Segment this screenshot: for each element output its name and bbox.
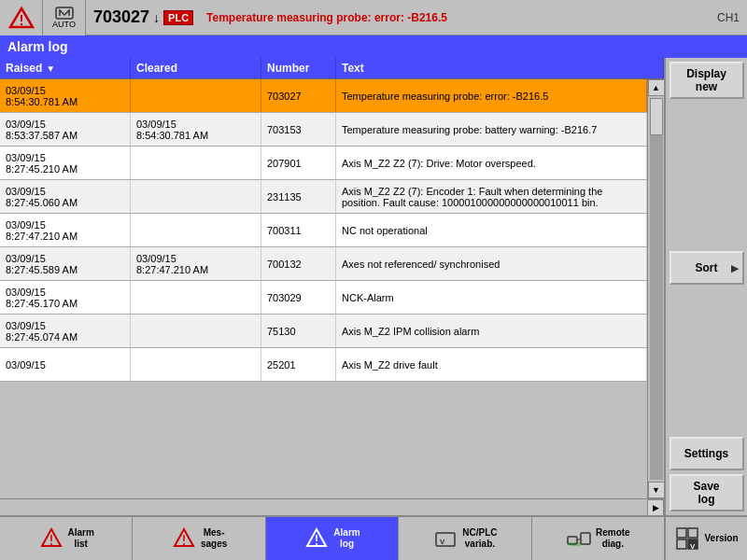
scroll-down-btn[interactable]: ▼ xyxy=(648,482,665,498)
cell-raised: 03/09/158:27:45.589 AM xyxy=(0,247,131,280)
bottom-nav: Alarm list Mes- sages Alarm log V NC/PLC… xyxy=(0,515,747,560)
sort-button[interactable]: Sort ▶ xyxy=(669,251,744,285)
sort-arrow-right: ▶ xyxy=(731,263,739,273)
settings-button[interactable]: Settings xyxy=(669,437,744,470)
svg-point-6 xyxy=(50,543,52,545)
cell-number: 75130 xyxy=(261,315,336,347)
messages-icon xyxy=(171,525,197,552)
remote-diag-icon: RCS xyxy=(566,525,592,552)
nav-label-alarm-list: Alarm list xyxy=(68,527,94,550)
main-layout: Raised ▼ Cleared Number Text 03/09/158:5… xyxy=(0,58,747,515)
cell-cleared: 03/09/158:27:47.210 AM xyxy=(131,247,261,280)
svg-rect-20 xyxy=(688,528,698,538)
svg-text:RCS: RCS xyxy=(569,541,581,547)
table-row[interactable]: 03/09/158:54:30.781 AM 703027 Temperatur… xyxy=(0,79,647,113)
scroll-track[interactable] xyxy=(650,98,663,480)
cell-raised: 03/09/158:27:47.210 AM xyxy=(0,214,131,246)
table-row[interactable]: 03/09/158:27:45.074 AM 75130 Axis M_Z2 I… xyxy=(0,315,647,348)
col-number[interactable]: Number xyxy=(261,58,336,78)
nav-label-alarm-log: Alarm log xyxy=(333,527,359,550)
cell-number: 700132 xyxy=(261,247,336,280)
scroll-right-btn[interactable]: ▶ xyxy=(647,499,664,516)
plc-badge: PLC xyxy=(163,10,193,25)
top-bar: AUTO 703027 ↓ PLC Temperature measuring … xyxy=(0,0,747,35)
cell-number: 207901 xyxy=(261,147,336,179)
col-raised-label: Raised xyxy=(6,62,42,75)
cell-cleared: 03/09/158:54:30.781 AM xyxy=(131,113,261,146)
svg-rect-3 xyxy=(56,7,73,19)
alarm-log-icon xyxy=(303,525,330,552)
alarm-code-area: 703027 ↓ PLC xyxy=(86,7,201,27)
table-row[interactable]: 03/09/158:27:45.170 AM 703029 NCK-Alarm xyxy=(0,281,647,315)
col-text-label: Text xyxy=(342,62,364,75)
table-row[interactable]: 03/09/158:27:47.210 AM 700311 NC not ope… xyxy=(0,214,647,247)
cell-text: Temperature measuring probe: error: -B21… xyxy=(336,79,647,112)
table-row[interactable]: 03/09/15 25201 Axis M_Z2 drive fault xyxy=(0,348,647,382)
cell-raised: 03/09/15 xyxy=(0,348,131,381)
cell-cleared xyxy=(131,79,261,112)
remote-diag-icon: RCS xyxy=(566,525,592,552)
alarm-message-top: Temperature measuring probe: error: -B21… xyxy=(201,11,717,24)
cell-cleared xyxy=(131,281,261,314)
scroll-thumb[interactable] xyxy=(650,98,663,135)
col-cleared[interactable]: Cleared xyxy=(131,58,261,78)
alarm-log-icon xyxy=(303,525,330,552)
svg-text:V: V xyxy=(690,542,696,551)
auto-icon xyxy=(55,7,74,20)
scrollbar[interactable]: ▲ ▼ xyxy=(647,79,664,498)
table-row[interactable]: 03/09/158:53:37.587 AM 03/09/158:54:30.7… xyxy=(0,113,647,147)
nav-label-messages: Mes- sages xyxy=(201,527,227,550)
nc-plc-icon: V xyxy=(432,525,458,552)
table-row[interactable]: 03/09/158:27:45.060 AM 231135 Axis M_Z2 … xyxy=(0,180,647,214)
cell-text: Axes not referenced/ synchronised xyxy=(336,247,647,280)
cell-text: Axis M_Z2 IPM collision alarm xyxy=(336,315,647,347)
nav-label-nc-plc: NC/PLC variab. xyxy=(462,527,497,550)
col-text[interactable]: Text xyxy=(336,58,664,78)
nav-btn-alarm-list[interactable]: Alarm list xyxy=(0,517,133,560)
auto-label: AUTO xyxy=(52,20,76,29)
nav-btn-nc-plc[interactable]: V NC/PLC variab. xyxy=(399,517,531,560)
display-new-button[interactable]: Display new xyxy=(669,62,744,99)
svg-rect-16 xyxy=(581,533,590,544)
cell-text: Axis M_Z2 Z2 (7): Drive: Motor overspeed… xyxy=(336,147,647,179)
cell-cleared xyxy=(131,180,261,213)
alarm-code: 703027 xyxy=(93,7,149,27)
version-button[interactable]: V Version xyxy=(665,517,747,560)
cell-raised: 03/09/158:27:45.170 AM xyxy=(0,281,131,314)
down-arrow-icon: ↓ xyxy=(153,10,160,25)
cell-cleared xyxy=(131,214,261,246)
bottom-scroll-row: ▶ xyxy=(0,498,664,515)
cell-cleared xyxy=(131,348,261,381)
channel-label: CH1 xyxy=(717,11,747,24)
nav-label-remote-diag: Remote diag. xyxy=(596,527,630,550)
alarm-triangle-icon xyxy=(8,5,35,31)
cell-number: 703029 xyxy=(261,281,336,314)
title-bar: Alarm log xyxy=(0,35,747,58)
svg-rect-13 xyxy=(436,533,455,546)
cell-text: Temperature measuring probe: battery war… xyxy=(336,113,647,146)
table-body: 03/09/158:54:30.781 AM 703027 Temperatur… xyxy=(0,79,647,498)
save-log-button[interactable]: Save log xyxy=(669,474,744,511)
table-area: Raised ▼ Cleared Number Text 03/09/158:5… xyxy=(0,58,665,515)
cell-text: NC not operational xyxy=(336,214,647,246)
svg-rect-21 xyxy=(677,539,686,549)
right-sidebar: Display new Sort ▶ Settings Save log xyxy=(665,58,747,515)
nav-btn-alarm-log[interactable]: Alarm log xyxy=(266,517,399,560)
alarm-icon-btn[interactable] xyxy=(0,0,43,35)
version-icon: V xyxy=(674,525,700,552)
col-number-label: Number xyxy=(267,62,309,75)
table-row[interactable]: 03/09/158:27:45.589 AM 03/09/158:27:47.2… xyxy=(0,247,647,281)
svg-text:V: V xyxy=(440,538,445,546)
col-raised[interactable]: Raised ▼ xyxy=(0,58,131,78)
scroll-up-btn[interactable]: ▲ xyxy=(648,79,665,96)
table-row[interactable]: 03/09/158:27:45.210 AM 207901 Axis M_Z2 … xyxy=(0,147,647,180)
cell-number: 25201 xyxy=(261,348,336,381)
nav-btn-remote-diag[interactable]: RCS Remote diag. xyxy=(532,517,665,560)
alarm-list-icon xyxy=(38,525,64,552)
cell-cleared xyxy=(131,315,261,347)
cell-cleared xyxy=(131,147,261,179)
col-cleared-label: Cleared xyxy=(136,62,177,75)
nav-btn-messages[interactable]: Mes- sages xyxy=(133,517,265,560)
auto-btn[interactable]: AUTO xyxy=(43,0,86,35)
cell-text: NCK-Alarm xyxy=(336,281,647,314)
